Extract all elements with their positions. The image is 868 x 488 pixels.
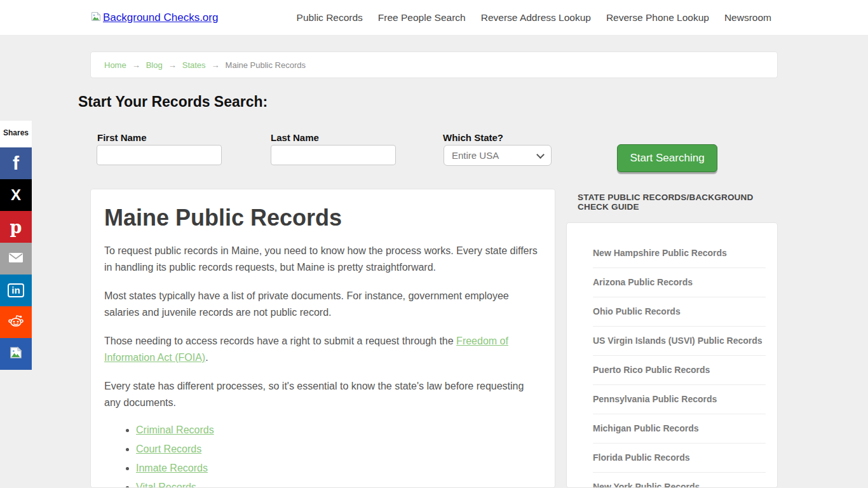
- sidebar-link-michigan[interactable]: Michigan Public Records: [593, 423, 698, 433]
- shares-label: Shares: [0, 121, 32, 147]
- sidebar-link-arizona[interactable]: Arizona Public Records: [593, 277, 693, 287]
- breadcrumb-states[interactable]: States: [182, 60, 206, 70]
- envelope-icon: [8, 250, 24, 267]
- article-paragraph-4: Every state has different processes, so …: [104, 378, 541, 411]
- sidebar-link-florida[interactable]: Florida Public Records: [593, 452, 689, 463]
- last-name-label: Last Name: [271, 132, 319, 143]
- last-name-input[interactable]: [271, 145, 396, 165]
- article-card: Maine Public Records To request public r…: [90, 189, 555, 488]
- nav-reverse-phone-lookup[interactable]: Reverse Phone Lookup: [606, 12, 709, 24]
- criminal-records-link[interactable]: Criminal Records: [136, 424, 214, 435]
- sidebar-title: STATE PUBLIC RECORDS/BACKGROUND CHECK GU…: [578, 193, 768, 212]
- broken-image-icon: [10, 346, 22, 362]
- sidebar-link-ohio[interactable]: Ohio Public Records: [593, 306, 681, 316]
- breadcrumb-arrow: →: [168, 60, 177, 70]
- breadcrumb-arrow: →: [132, 60, 140, 70]
- list-item: Inmate Records: [136, 462, 541, 475]
- paragraph-text: Those needing to access records have a r…: [104, 336, 456, 346]
- list-item: Criminal Records: [136, 424, 541, 437]
- article-paragraph-1: To request public records in Maine, you …: [104, 243, 541, 276]
- reddit-share-button[interactable]: [0, 306, 32, 338]
- sidebar-link-usvi[interactable]: US Virgin Islands (USVI) Public Records: [593, 336, 763, 346]
- site-header: Background Checks.org Public Records Fre…: [0, 0, 868, 36]
- nav-reverse-address-lookup[interactable]: Reverse Address Lookup: [481, 12, 591, 24]
- breadcrumb-home[interactable]: Home: [104, 60, 126, 70]
- breadcrumb: Home → Blog → States → Maine Public Reco…: [90, 51, 778, 78]
- state-select[interactable]: Entire USA: [444, 145, 552, 166]
- list-item: Court Records: [136, 443, 541, 456]
- linkedin-share-button[interactable]: in: [0, 274, 32, 306]
- record-types-list: Criminal Records Court Records Inmate Re…: [136, 424, 541, 488]
- list-item: Pennsylvania Public Records: [593, 385, 766, 414]
- list-item: New Hampshire Public Records: [593, 239, 766, 268]
- reddit-icon: [7, 312, 25, 332]
- unknown-share-button[interactable]: [0, 338, 32, 370]
- nav-public-records[interactable]: Public Records: [297, 12, 363, 24]
- pinterest-icon: p: [10, 217, 22, 237]
- logo-alt-text: Background Checks.org: [103, 11, 218, 24]
- search-section-title: Start Your Records Search:: [78, 93, 268, 111]
- facebook-icon: f: [13, 154, 19, 173]
- x-twitter-icon: X: [11, 186, 21, 204]
- list-item: Florida Public Records: [593, 444, 766, 473]
- sidebar-link-new-york[interactable]: New York Public Records: [593, 482, 700, 488]
- linkedin-icon: in: [8, 283, 24, 297]
- list-item: New York Public Records: [593, 473, 766, 488]
- inmate-records-link[interactable]: Inmate Records: [136, 463, 208, 473]
- sidebar-link-pennsylvania[interactable]: Pennsylvania Public Records: [593, 394, 717, 404]
- share-bar: Shares f X p in: [0, 121, 32, 370]
- email-share-button[interactable]: [0, 243, 32, 274]
- breadcrumb-blog[interactable]: Blog: [146, 60, 163, 70]
- sidebar-link-new-hampshire[interactable]: New Hampshire Public Records: [593, 248, 727, 258]
- nav-newsroom[interactable]: Newsroom: [724, 12, 771, 24]
- paragraph-text: .: [205, 352, 208, 363]
- facebook-share-button[interactable]: f: [0, 147, 32, 179]
- nav-free-people-search[interactable]: Free People Search: [378, 12, 466, 24]
- logo-link[interactable]: Background Checks.org: [91, 0, 218, 36]
- vital-records-link[interactable]: Vital Records: [136, 482, 196, 488]
- state-label: Which State?: [443, 132, 503, 143]
- broken-image-icon: [91, 11, 101, 25]
- breadcrumb-arrow: →: [212, 60, 220, 70]
- list-item: Ohio Public Records: [593, 297, 766, 327]
- first-name-input[interactable]: [97, 145, 222, 165]
- state-select-wrapper: Entire USA: [444, 145, 552, 166]
- pinterest-share-button[interactable]: p: [0, 211, 32, 243]
- x-twitter-share-button[interactable]: X: [0, 179, 32, 211]
- article-paragraph-2: Most states typically have a list of pri…: [104, 288, 541, 321]
- sidebar-link-puerto-rico[interactable]: Puerto Rico Public Records: [593, 365, 710, 375]
- breadcrumb-current-page: Maine Public Records: [226, 60, 306, 70]
- court-records-link[interactable]: Court Records: [136, 444, 201, 454]
- article-paragraph-3: Those needing to access records have a r…: [104, 333, 541, 366]
- state-guide-sidebar: New Hampshire Public Records Arizona Pub…: [566, 222, 778, 488]
- list-item: Puerto Rico Public Records: [593, 356, 766, 385]
- list-item: US Virgin Islands (USVI) Public Records: [593, 327, 766, 356]
- list-item: Vital Records: [136, 481, 541, 488]
- list-item: Arizona Public Records: [593, 268, 766, 297]
- start-searching-button[interactable]: Start Searching: [617, 144, 717, 172]
- main-nav: Public Records Free People Search Revers…: [297, 0, 771, 36]
- first-name-label: First Name: [97, 132, 147, 143]
- page-title: Maine Public Records: [104, 205, 541, 231]
- state-links-list: New Hampshire Public Records Arizona Pub…: [567, 223, 777, 488]
- list-item: Michigan Public Records: [593, 414, 766, 444]
